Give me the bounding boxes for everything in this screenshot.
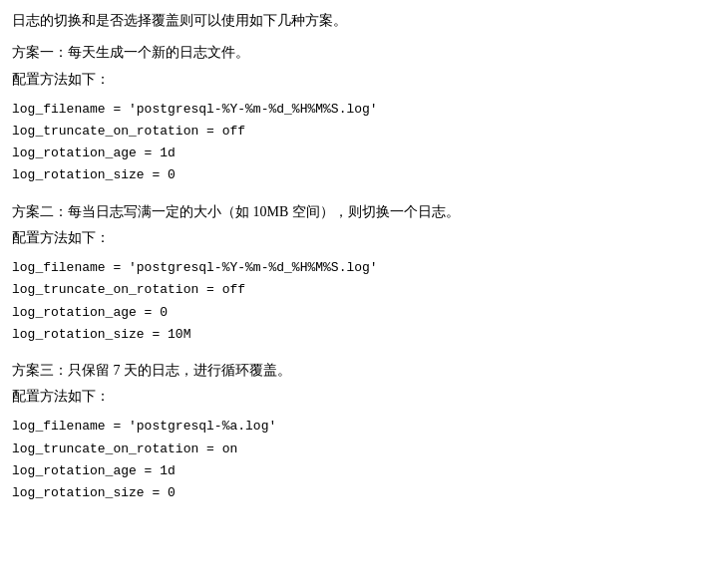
section-1-title: 方案一：每天生成一个新的日志文件。 — [12, 42, 703, 64]
section-3: 方案三：只保留 7 天的日志，进行循环覆盖。配置方法如下：log_filenam… — [12, 360, 703, 508]
section-3-title: 方案三：只保留 7 天的日志，进行循环覆盖。 — [12, 360, 703, 382]
section-3-config-label: 配置方法如下： — [12, 386, 703, 408]
section-2: 方案二：每当日志写满一定的大小（如 10MB 空间），则切换一个日志。配置方法如… — [12, 201, 703, 350]
section-1-code-block: log_filename = 'postgresql-%Y-%m-%d_%H%M… — [12, 95, 703, 190]
section-2-title: 方案二：每当日志写满一定的大小（如 10MB 空间），则切换一个日志。 — [12, 201, 703, 223]
section-2-code-block: log_filename = 'postgresql-%Y-%m-%d_%H%M… — [12, 253, 703, 349]
section-3-code-block: log_filename = 'postgresql-%a.log' log_t… — [12, 412, 703, 507]
section-2-config-label: 配置方法如下： — [12, 227, 703, 249]
intro-text: 日志的切换和是否选择覆盖则可以使用如下几种方案。 — [12, 10, 703, 32]
section-1-config-label: 配置方法如下： — [12, 69, 703, 91]
section-1: 方案一：每天生成一个新的日志文件。配置方法如下：log_filename = '… — [12, 42, 703, 190]
